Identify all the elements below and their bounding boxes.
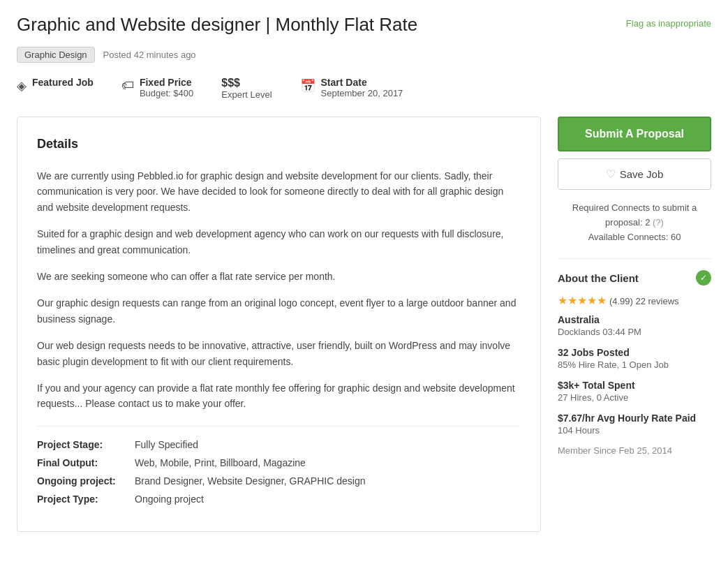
budget-label: Budget: $400: [140, 88, 193, 98]
category-tag[interactable]: Graphic Design: [17, 47, 95, 63]
client-header: About the Client ✓: [558, 270, 711, 285]
project-type-row: Project Type: Ongoing project: [37, 493, 521, 505]
connects-text: Required Connects to submit a proposal: …: [572, 202, 697, 228]
jobs-posted-label: 32 Jobs Posted: [558, 347, 711, 358]
member-since: Member Since Feb 25, 2014: [558, 445, 711, 456]
start-date-label: Start Date: [321, 77, 403, 88]
save-job-label: Save Job: [620, 168, 664, 180]
star-rating: ★★★★★: [558, 295, 607, 306]
total-spent-row: $3k+ Total Spent 27 Hires, 0 Active: [558, 380, 711, 403]
client-location-sub: Docklands 03:44 PM: [558, 327, 711, 337]
client-location: Australia: [558, 314, 711, 325]
final-output-label: Final Output:: [37, 457, 135, 468]
calendar-icon: 📅: [300, 78, 315, 94]
available-connects: Available Connects: 60: [588, 232, 681, 242]
flag-link[interactable]: Flag as inappropriate: [626, 14, 711, 29]
verified-icon: ✓: [696, 270, 711, 285]
diamond-icon: ◈: [17, 78, 27, 94]
job-title: Graphic and Website designer | Monthly F…: [17, 14, 626, 36]
expert-level: Expert Level: [221, 89, 272, 100]
info-icon[interactable]: (?): [653, 217, 664, 228]
dollar-signs: $$$: [221, 77, 272, 89]
description-para-5: Our web design requests needs to be inno…: [37, 338, 521, 369]
jobs-posted-sub: 85% Hire Rate, 1 Open Job: [558, 359, 711, 370]
connects-box: Required Connects to submit a proposal: …: [558, 201, 711, 244]
rating-text: (4.99) 22 reviews: [609, 296, 679, 306]
total-spent-sub: 27 Hires, 0 Active: [558, 392, 711, 403]
jobs-posted-row: 32 Jobs Posted 85% Hire Rate, 1 Open Job: [558, 347, 711, 370]
final-output-row: Final Output: Web, Mobile, Print, Billbo…: [37, 457, 521, 468]
expert-level-item: $$$ Expert Level: [221, 77, 272, 100]
save-job-button[interactable]: ♡ Save Job: [558, 158, 711, 190]
client-location-row: Australia Docklands 03:44 PM: [558, 314, 711, 337]
ongoing-project-value: Brand Designer, Website Designer, GRAPHI…: [135, 475, 365, 487]
details-card: Details We are currently using Pebbled.i…: [17, 117, 541, 532]
left-panel: Details We are currently using Pebbled.i…: [17, 117, 541, 532]
project-type-label: Project Type:: [37, 493, 135, 505]
project-stage-label: Project Stage:: [37, 439, 135, 450]
ongoing-project-label: Ongoing project:: [37, 475, 135, 487]
avg-rate-sub: 104 Hours: [558, 425, 711, 436]
total-spent-label: $3k+ Total Spent: [558, 380, 711, 391]
details-heading: Details: [37, 137, 521, 151]
description-para-1: We are currently using Pebbled.io for gr…: [37, 168, 521, 215]
submit-proposal-button[interactable]: Submit A Proposal: [558, 117, 711, 151]
final-output-value: Web, Mobile, Print, Billboard, Magazine: [135, 457, 306, 468]
avg-rate-row: $7.67/hr Avg Hourly Rate Paid 104 Hours: [558, 413, 711, 436]
details-body: We are currently using Pebbled.io for gr…: [37, 168, 521, 412]
project-meta: Project Stage: Fully Specified Final Out…: [37, 426, 521, 505]
avg-rate-label: $7.67/hr Avg Hourly Rate Paid: [558, 413, 711, 424]
right-panel: Submit A Proposal ♡ Save Job Required Co…: [558, 117, 711, 532]
project-stage-value: Fully Specified: [135, 439, 198, 450]
client-section: About the Client ✓ ★★★★★ (4.99) 22 revie…: [558, 258, 711, 456]
price-tag-icon: 🏷: [121, 78, 134, 93]
fixed-price-item: 🏷 Fixed Price Budget: $400: [121, 77, 193, 98]
description-para-6: If you and your agency can provide a fla…: [37, 380, 521, 412]
featured-job-label: Featured Job: [32, 77, 94, 88]
posted-time: Posted 42 minutes ago: [103, 50, 196, 60]
start-date-item: 📅 Start Date September 20, 2017: [300, 77, 403, 98]
ongoing-project-row: Ongoing project: Brand Designer, Website…: [37, 475, 521, 487]
description-para-3: We are seeking someone who can offer a f…: [37, 269, 521, 284]
fixed-price-label: Fixed Price: [140, 77, 193, 88]
project-type-value: Ongoing project: [135, 493, 204, 505]
description-para-2: Suited for a graphic design and web deve…: [37, 226, 521, 258]
about-client-title: About the Client: [558, 272, 639, 284]
featured-job-item: ◈ Featured Job: [17, 77, 94, 94]
heart-icon: ♡: [606, 168, 616, 181]
project-stage-row: Project Stage: Fully Specified: [37, 439, 521, 450]
description-para-4: Our graphic design requests can range fr…: [37, 295, 521, 327]
start-date-value: September 20, 2017: [321, 88, 403, 98]
